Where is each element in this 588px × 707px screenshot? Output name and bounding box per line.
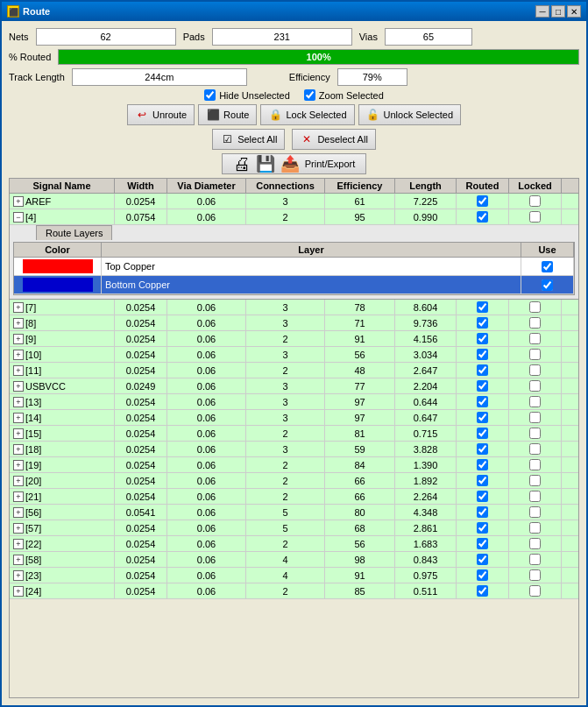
collapse-button[interactable]: − [13,212,24,223]
table-row[interactable]: +[57]0.02540.065682.861 [10,520,578,536]
routed-checkbox[interactable] [477,364,488,376]
locked-checkbox[interactable] [529,459,541,470]
layer-use-checkbox[interactable] [542,279,553,291]
expand-button[interactable]: + [13,460,24,470]
close-button[interactable]: ✕ [567,5,581,18]
locked-checkbox[interactable] [529,491,541,502]
expand-button[interactable]: + [13,555,24,565]
routed-checkbox[interactable] [477,459,488,470]
routed-checkbox[interactable] [477,195,488,207]
hide-unselected-checkbox[interactable] [204,89,216,101]
locked-checkbox[interactable] [529,301,541,313]
routed-checkbox[interactable] [477,211,488,223]
routed-checkbox[interactable] [477,333,488,344]
lock-selected-button[interactable]: 🔒 Lock Selected [260,104,354,125]
expand-button[interactable]: + [13,413,24,423]
routed-checkbox[interactable] [477,538,488,549]
table-row[interactable]: −[4]0.07540.062950.990 [10,209,578,225]
expand-button[interactable]: + [13,586,24,597]
locked-checkbox[interactable] [529,554,541,565]
locked-checkbox[interactable] [529,475,541,486]
locked-checkbox[interactable] [529,412,541,423]
table-row[interactable]: +[24]0.02540.062850.511 [10,583,578,599]
table-row[interactable]: +[56]0.05410.065804.348 [10,505,578,520]
expand-button[interactable]: + [13,507,24,518]
table-row[interactable]: +[14]0.02540.063970.647 [10,410,578,426]
routed-checkbox[interactable] [477,569,488,581]
locked-checkbox[interactable] [529,585,541,597]
table-row[interactable]: +AREF0.02540.063617.225 [10,194,578,209]
zoom-selected-checkbox[interactable] [304,89,315,101]
locked-checkbox[interactable] [529,380,541,392]
expand-button[interactable]: + [13,491,24,502]
routed-checkbox[interactable] [477,349,488,360]
expand-button[interactable]: + [13,523,24,534]
layer-row[interactable]: Bottom Copper [14,276,574,294]
expand-button[interactable]: + [13,318,24,329]
table-row[interactable]: +[9]0.02540.062914.156 [10,331,578,347]
layer-row[interactable]: Top Copper [14,258,574,276]
routed-checkbox[interactable] [477,443,488,455]
expand-button[interactable]: + [13,428,24,439]
locked-checkbox[interactable] [529,538,541,549]
maximize-button[interactable]: □ [551,5,565,18]
locked-checkbox[interactable] [529,333,541,344]
expand-button[interactable]: + [13,397,24,407]
locked-checkbox[interactable] [529,317,541,329]
expand-button[interactable]: + [13,539,24,549]
table-row[interactable]: +[8]0.02540.063719.736 [10,315,578,331]
table-row[interactable]: +[11]0.02540.062482.647 [10,363,578,378]
table-row[interactable]: +[22]0.02540.062561.683 [10,536,578,552]
routed-checkbox[interactable] [477,301,488,313]
locked-checkbox[interactable] [529,364,541,376]
table-row[interactable]: +[7]0.02540.063788.604 [10,300,578,315]
expand-button[interactable]: + [13,381,24,392]
hide-unselected-label[interactable]: Hide Unselected [204,89,290,101]
locked-checkbox[interactable] [529,211,541,223]
expand-button[interactable]: + [13,365,24,376]
routed-checkbox[interactable] [477,317,488,329]
expand-button[interactable]: + [13,350,24,360]
route-button[interactable]: ⬛ Route [198,104,257,125]
expand-button[interactable]: + [13,444,24,455]
route-layers-tab[interactable]: Route Layers [36,225,112,240]
locked-checkbox[interactable] [529,522,541,534]
table-body[interactable]: +AREF0.02540.063617.225−[4]0.07540.06295… [10,194,578,697]
table-row[interactable]: +[58]0.02540.064980.843 [10,552,578,568]
expand-button[interactable]: + [13,570,24,581]
expand-button[interactable]: + [13,302,24,313]
routed-checkbox[interactable] [477,585,488,597]
routed-checkbox[interactable] [477,554,488,565]
routed-checkbox[interactable] [477,475,488,486]
deselect-all-button[interactable]: ✕ Deselect All [292,129,375,150]
print-export-button[interactable]: 🖨 💾 📤 Print/Export [222,153,366,174]
locked-checkbox[interactable] [529,506,541,518]
locked-checkbox[interactable] [529,349,541,360]
table-row[interactable]: +[20]0.02540.062661.892 [10,473,578,489]
layer-use-checkbox[interactable] [542,261,553,272]
table-row[interactable]: +[21]0.02540.062662.264 [10,489,578,505]
routed-checkbox[interactable] [477,506,488,518]
select-all-button[interactable]: ☑ Select All [212,129,285,150]
locked-checkbox[interactable] [529,443,541,455]
table-row[interactable]: +[10]0.02540.063563.034 [10,347,578,363]
table-row[interactable]: +[13]0.02540.063970.644 [10,394,578,410]
unlock-selected-button[interactable]: 🔓 Unlock Selected [358,104,462,125]
routed-checkbox[interactable] [477,412,488,423]
routed-checkbox[interactable] [477,428,488,439]
locked-checkbox[interactable] [529,569,541,581]
routed-checkbox[interactable] [477,380,488,392]
routed-checkbox[interactable] [477,396,488,407]
zoom-selected-label[interactable]: Zoom Selected [304,89,384,101]
routed-checkbox[interactable] [477,491,488,502]
table-row[interactable]: +USBVCC0.02490.063772.204 [10,378,578,394]
locked-checkbox[interactable] [529,428,541,439]
locked-checkbox[interactable] [529,195,541,207]
expand-button[interactable]: + [13,334,24,344]
expand-button[interactable]: + [13,476,24,486]
locked-checkbox[interactable] [529,396,541,407]
expand-button[interactable]: + [13,196,24,207]
table-row[interactable]: +[23]0.02540.064910.975 [10,568,578,583]
unroute-button[interactable]: ↩ Unroute [127,104,195,125]
table-row[interactable]: +[15]0.02540.062810.715 [10,426,578,442]
